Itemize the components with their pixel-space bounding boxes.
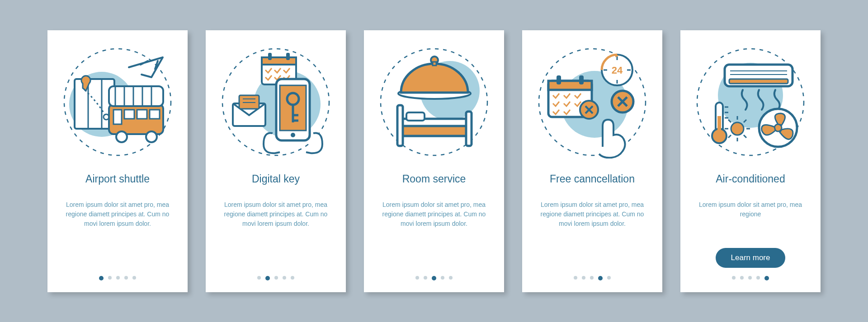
- pagination-dots: [574, 276, 611, 283]
- dot[interactable]: [574, 276, 577, 280]
- airport-shuttle-icon: [61, 46, 174, 159]
- dot[interactable]: [590, 276, 594, 280]
- svg-rect-17: [286, 53, 290, 60]
- dot[interactable]: [132, 276, 136, 280]
- dot[interactable]: [598, 276, 603, 280]
- dot[interactable]: [441, 276, 444, 280]
- svg-rect-9: [150, 110, 160, 119]
- svg-point-22: [291, 133, 295, 137]
- card-title: Air-conditioned: [716, 167, 785, 192]
- dot[interactable]: [415, 276, 419, 280]
- card-description: Lorem ipsum dolor sit amet pro, mea regi…: [377, 200, 491, 276]
- svg-rect-8: [137, 110, 147, 119]
- air-conditioned-icon: [694, 46, 807, 159]
- svg-point-11: [146, 131, 157, 142]
- svg-rect-47: [729, 79, 788, 84]
- dot[interactable]: [432, 276, 436, 280]
- pagination-dots: [257, 276, 294, 283]
- free-cancellation-icon: 24: [536, 46, 649, 159]
- dot[interactable]: [732, 276, 736, 280]
- svg-rect-50: [717, 116, 721, 134]
- dot[interactable]: [449, 276, 453, 280]
- svg-rect-33: [406, 112, 425, 121]
- card-title: Digital key: [252, 167, 300, 192]
- svg-rect-28: [433, 62, 436, 65]
- svg-rect-30: [398, 126, 471, 136]
- card-title: Free canncellation: [550, 167, 635, 192]
- card-airport-shuttle: Airport shuttle Lorem ipsum dolor sit am…: [47, 30, 188, 292]
- svg-rect-6: [113, 110, 122, 124]
- dot[interactable]: [607, 276, 611, 280]
- dot[interactable]: [424, 276, 427, 280]
- dot[interactable]: [99, 276, 104, 280]
- dot[interactable]: [274, 276, 278, 280]
- dot[interactable]: [283, 276, 286, 280]
- card-digital-key: Digital key Lorem ipsum dolor sit amet p…: [206, 30, 346, 292]
- svg-rect-31: [397, 105, 403, 146]
- svg-rect-41: [579, 75, 584, 84]
- svg-rect-16: [268, 53, 272, 60]
- pagination-dots: [732, 276, 769, 283]
- card-air-conditioned: Air-conditioned Lorem ipsum dolor sit am…: [680, 30, 821, 292]
- card-description: Lorem ipsum dolor sit amet pro, mea regi…: [535, 200, 650, 276]
- svg-rect-15: [262, 57, 296, 65]
- svg-rect-40: [557, 75, 561, 84]
- dot[interactable]: [257, 276, 261, 280]
- card-description: Lorem ipsum dolor sit amet pro, mea regi…: [693, 200, 808, 243]
- svg-point-10: [116, 131, 127, 142]
- onboarding-cards-row: Airport shuttle Lorem ipsum dolor sit am…: [47, 30, 821, 292]
- pagination-dots: [99, 276, 136, 283]
- digital-key-icon: [219, 46, 332, 159]
- svg-rect-7: [124, 110, 134, 119]
- dot[interactable]: [756, 276, 760, 280]
- svg-rect-39: [548, 81, 592, 90]
- dot[interactable]: [265, 276, 270, 280]
- dot[interactable]: [124, 276, 128, 280]
- dot[interactable]: [108, 276, 112, 280]
- dot[interactable]: [740, 276, 744, 280]
- dot[interactable]: [291, 276, 294, 280]
- card-description: Lorem ipsum dolor sit amet pro, mea regi…: [218, 200, 333, 276]
- card-description: Lorem ipsum dolor sit amet pro, mea regi…: [60, 200, 175, 276]
- card-free-cancellation: 24: [522, 30, 662, 292]
- learn-more-button[interactable]: Learn more: [716, 248, 786, 268]
- svg-rect-32: [466, 112, 472, 146]
- pagination-dots: [415, 276, 453, 283]
- card-room-service: Room service Lorem ipsum dolor sit amet …: [364, 30, 504, 292]
- svg-point-51: [731, 122, 744, 135]
- card-title: Room service: [402, 167, 466, 192]
- dot[interactable]: [748, 276, 752, 280]
- svg-text:24: 24: [612, 65, 623, 76]
- dot[interactable]: [582, 276, 585, 280]
- dot[interactable]: [764, 276, 769, 280]
- svg-rect-5: [109, 86, 163, 106]
- dot[interactable]: [116, 276, 120, 280]
- card-title: Airport shuttle: [85, 167, 150, 192]
- room-service-icon: [377, 46, 491, 159]
